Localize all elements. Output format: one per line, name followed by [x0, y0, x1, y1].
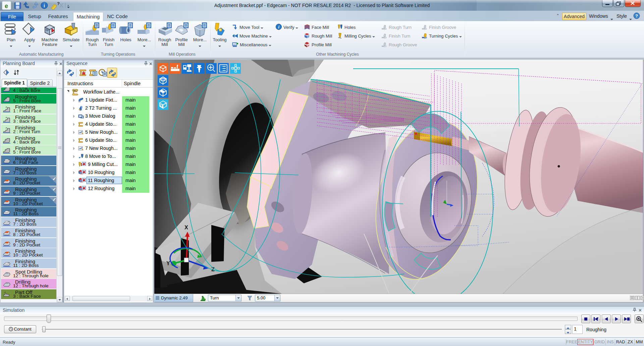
- svg-text:e: e: [5, 3, 8, 9]
- svg-text:i: i: [278, 24, 279, 30]
- svg-text:i: i: [44, 3, 45, 8]
- svg-text:?: ?: [57, 1, 60, 6]
- svg-text:?: ?: [635, 13, 638, 18]
- svg-text:X: X: [184, 225, 188, 230]
- svg-text:Y: Y: [166, 261, 170, 266]
- svg-text:NC: NC: [73, 90, 77, 92]
